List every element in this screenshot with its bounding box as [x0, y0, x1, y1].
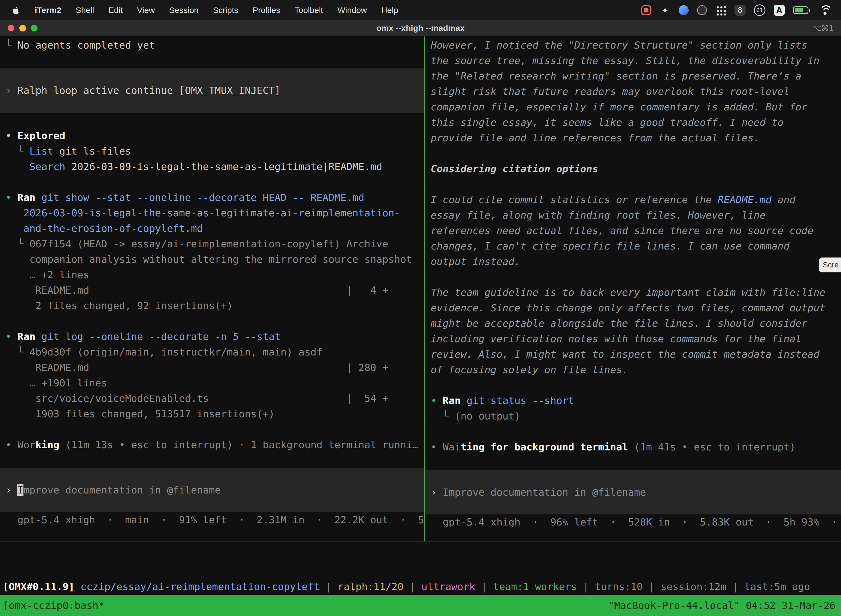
omx-status-segment: |	[403, 581, 421, 592]
blank-line	[0, 113, 424, 128]
terminal-line: └ 4b9d30f (origin/main, instructkr/main,…	[0, 345, 424, 360]
terminal-line: • Working (11m 13s • esc to interrupt) ·…	[0, 437, 424, 453]
menu-item-window[interactable]: Window	[337, 6, 367, 15]
terminal-line: README.md | 4 +	[0, 283, 424, 298]
text-segment: README.md | 280 +	[6, 362, 388, 373]
menu-item-shell[interactable]: Shell	[76, 6, 94, 15]
blank-line	[425, 146, 841, 161]
text-segment: Ralph loop active continue [OMX_TMUX_INJ…	[18, 85, 281, 96]
menu-item-help[interactable]: Help	[381, 6, 399, 15]
menu-bar: iTerm2ShellEditViewSessionScriptsProfile…	[0, 0, 841, 21]
menu-item-iterm2[interactable]: iTerm2	[35, 6, 61, 15]
tmux-status-bar: [omx-cczip0:bash* "MacBook-Pro-44.local"…	[0, 595, 841, 616]
battery-icon[interactable]	[793, 6, 809, 14]
terminal-line: └ List git ls-files	[0, 144, 424, 159]
screen-sharing-edge-tab[interactable]: Scre	[819, 258, 841, 273]
text-segment: the "Related research writing" section i…	[431, 70, 801, 82]
text-segment: README.md	[718, 194, 771, 205]
window-title: omx --xhigh --madmax	[0, 23, 841, 33]
text-segment: └	[6, 145, 29, 157]
text-segment: gpt-5.4 xhigh · main · 91% left · 2.31M …	[6, 514, 424, 525]
terminal-line: this single essay, it seems like a good …	[425, 115, 841, 130]
blank-line	[425, 269, 841, 285]
blank-line	[0, 422, 424, 437]
text-segment: •	[6, 130, 18, 141]
text-segment: └	[6, 40, 18, 51]
text-segment: Considering citation options	[431, 163, 598, 175]
text-segment: •	[6, 192, 18, 203]
terminal-line: review. Also, I might want to inspect th…	[425, 347, 841, 362]
text-segment: provide file and line references from th…	[431, 132, 760, 144]
text-segment: The team guideline is to back every impo…	[431, 287, 825, 298]
tmux-host-clock-label: "MacBook-Pro-44.local" 04:52 31-Mar-26	[608, 600, 835, 611]
blank-line	[0, 453, 424, 468]
window-title-bar[interactable]: omx --xhigh --madmax ⌥⌘1	[0, 21, 841, 37]
terminal-line: including verification notes with those …	[425, 331, 841, 347]
text-segment: • Wor	[6, 439, 35, 450]
dots-grid-app-icon[interactable]	[715, 5, 726, 16]
text-segment: companion analysis without altering the …	[6, 254, 412, 265]
text-segment: •	[431, 395, 442, 406]
terminal-line: … +1901 lines	[0, 375, 424, 391]
text-segment: README.md | 4 +	[6, 285, 388, 296]
terminal-pane-left[interactable]: └ No agents completed yet › Ralph loop a…	[0, 37, 424, 541]
blank-line	[425, 378, 841, 393]
menu-item-profiles[interactable]: Profiles	[252, 6, 280, 15]
terminal-line: The team guideline is to back every impo…	[425, 285, 841, 300]
menu-item-edit[interactable]: Edit	[108, 6, 123, 15]
notice-band: › Ralph loop active continue [OMX_TMUX_I…	[0, 69, 424, 113]
terminal-line: 2026-03-09-is-legal-the-same-as-legitima…	[0, 205, 424, 221]
terminal-line: └ (no output)	[425, 408, 841, 424]
percent-badge-icon[interactable]: 61	[754, 4, 765, 16]
text-segment: mprove documentation in @filename	[23, 484, 221, 496]
wifi-icon[interactable]	[819, 5, 831, 16]
terminal-line: README.md | 280 +	[0, 360, 424, 375]
text-segment: Explored	[18, 130, 65, 141]
text-segment: review. Also, I might want to inspect th…	[431, 349, 819, 360]
prompt-input[interactable]: › Improve documentation in @filename	[0, 468, 424, 512]
input-source-icon[interactable]: A	[774, 5, 785, 16]
menu-item-session[interactable]: Session	[169, 6, 199, 15]
text-segment: … +1901 lines	[6, 377, 107, 389]
tmux-session-window-label[interactable]: [omx-cczip0:bash*	[3, 600, 104, 611]
sparkle-app-icon[interactable]: ✦	[659, 4, 671, 16]
omx-status-bar: [OMX#0.11.9] cczip/essay/ai-reimplementa…	[0, 541, 841, 595]
menu-item-toolbelt[interactable]: Toolbelt	[294, 6, 323, 15]
omx-status-line: [OMX#0.11.9] cczip/essay/ai-reimplementa…	[3, 579, 841, 594]
prompt-input[interactable]: › Improve documentation in @filename	[425, 470, 841, 515]
text-segment: including verification notes with those …	[431, 333, 801, 345]
terminal-line: └ No agents completed yet	[0, 38, 424, 53]
text-segment: gpt-5.4 xhigh · 96% left · 520K in · 5.8…	[431, 516, 841, 528]
apple-menu-icon[interactable]	[11, 5, 21, 16]
terminal-line: companion analysis without altering the …	[0, 252, 424, 267]
terminal-line: provide file and line references from th…	[425, 130, 841, 146]
terminal-line: • Waiting for background terminal (1m 41…	[425, 439, 841, 455]
omx-status-segment: | turns:10 | session:12m | last:5m ago	[577, 581, 810, 592]
text-segment: Ran	[18, 192, 35, 203]
text-segment: git log --oneline --decorate -n 5 --stat	[35, 331, 281, 342]
text-segment: src/voice/voiceModeEnabled.ts | 54 +	[6, 393, 388, 404]
text-segment: 1903 files changed, 513517 insertions(+)	[6, 408, 274, 419]
blank-line	[0, 175, 424, 190]
text-segment: might be acceptable alongside the file l…	[431, 318, 807, 329]
text-segment: 2026-03-09-is-legal-the-same-as-legitima…	[6, 207, 400, 219]
text-segment: Improve documentation in @filename	[442, 487, 646, 498]
screen-recording-stop-icon[interactable]	[641, 5, 651, 15]
terminal-line: 1903 files changed, 513517 insertions(+)	[0, 406, 424, 422]
text-segment: └ 067f154 (HEAD -> essay/ai-reimplementa…	[6, 238, 388, 249]
menu-item-view[interactable]: View	[137, 6, 155, 15]
text-segment: •	[6, 331, 18, 342]
text-segment: 2026-03-09-is-legal-the-same-as-legitima…	[65, 161, 382, 172]
menu-item-scripts[interactable]: Scripts	[213, 6, 238, 15]
terminal-line: • Ran git log --oneline --decorate -n 5 …	[0, 329, 424, 345]
text-segment: this single essay, it seems like a good …	[431, 117, 784, 128]
terminal-pane-right[interactable]: However, I noticed the "Directory Struct…	[425, 37, 841, 541]
gradient-orb-app-icon[interactable]	[679, 5, 689, 15]
numpad-key-app-icon[interactable]: 8	[734, 5, 746, 16]
terminal-line: might be acceptable alongside the file l…	[425, 316, 841, 331]
terminal-line: src/voice/voiceModeEnabled.ts | 54 +	[0, 391, 424, 406]
text-segment: (1m 41s • esc to interrupt)	[628, 441, 796, 453]
omx-status-segment: cczip/essay/ai-reimplementation-copyleft	[81, 581, 320, 592]
dark-circle-app-icon[interactable]	[697, 5, 707, 15]
text-segment: companion file, especially if more comme…	[431, 101, 807, 113]
